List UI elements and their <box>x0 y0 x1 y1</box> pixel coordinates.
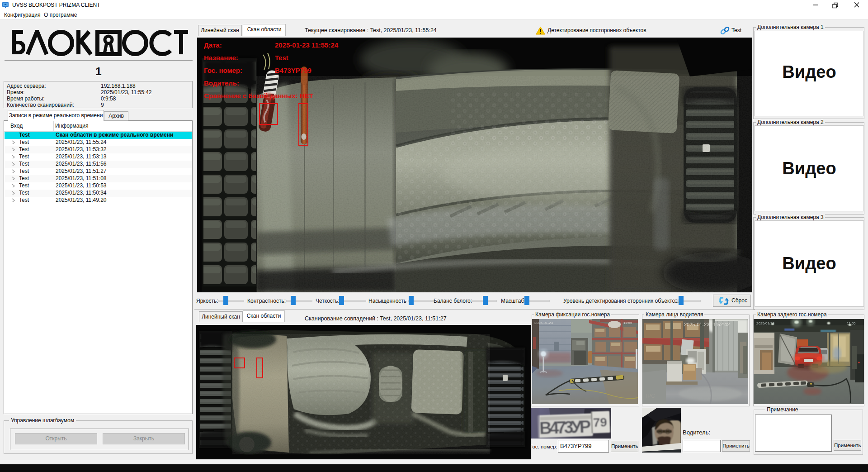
svg-text:2025-01-23: 2025-01-23 <box>534 321 553 325</box>
svg-text:79: 79 <box>593 415 607 429</box>
svg-text:11:55: 11:55 <box>623 321 632 325</box>
svg-text:Сравнение с базой данных: НЕТ: Сравнение с базой данных: НЕТ <box>204 92 313 100</box>
svg-text:Название:: Название: <box>204 54 238 62</box>
svg-text:2025-01-23 11:55:24: 2025-01-23 11:55:24 <box>275 41 339 49</box>
svg-text:Водитель:: Водитель: <box>204 79 239 87</box>
svg-text:Гос. номер:: Гос. номер: <box>204 67 242 74</box>
svg-text:2025/01/23: 2025/01/23 <box>756 321 775 325</box>
svg-text:IPC: IPC <box>646 393 655 399</box>
svg-text:B473YP799: B473YP799 <box>275 67 311 74</box>
svg-text:Test: Test <box>275 54 288 62</box>
svg-text:В473УР: В473УР <box>539 417 591 438</box>
svg-text:11:55: 11:55 <box>847 321 856 325</box>
svg-text:Дата:: Дата: <box>204 41 222 49</box>
